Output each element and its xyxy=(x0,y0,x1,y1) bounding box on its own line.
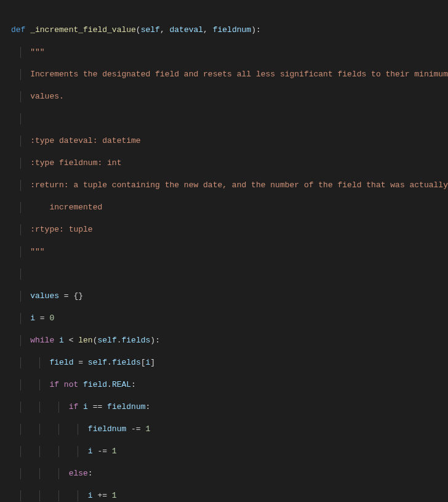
code-line: Increments the designated field and rese… xyxy=(11,69,448,80)
code-line: incremented xyxy=(11,202,448,213)
code-line: :type dateval: datetime xyxy=(11,136,448,147)
code-line: if not field.REAL: xyxy=(11,379,448,391)
code-line: values. xyxy=(11,91,448,102)
code-line: field = self.fields[i] xyxy=(11,357,448,368)
code-line xyxy=(11,113,448,124)
code-line: def _increment_field_value(self, dateval… xyxy=(11,25,448,36)
code-line: """ xyxy=(11,47,448,58)
code-line xyxy=(11,269,448,280)
code-line: :return: a tuple containing the new date… xyxy=(11,180,448,191)
code-editor[interactable]: def _increment_field_value(self, dateval… xyxy=(0,0,448,502)
code-line: i = 0 xyxy=(11,313,448,324)
code-line: :type fieldnum: int xyxy=(11,158,448,169)
code-line: while i < len(self.fields): xyxy=(11,335,448,346)
code-line: if i == fieldnum: xyxy=(11,402,448,413)
code-line: i -= 1 xyxy=(11,446,448,457)
code-line: values = {} xyxy=(11,291,448,302)
code-line: else: xyxy=(11,468,448,479)
code-line: fieldnum -= 1 xyxy=(11,424,448,435)
code-line: """ xyxy=(11,246,448,257)
code-line: i += 1 xyxy=(11,490,448,501)
code-line: :rtype: tuple xyxy=(11,224,448,235)
